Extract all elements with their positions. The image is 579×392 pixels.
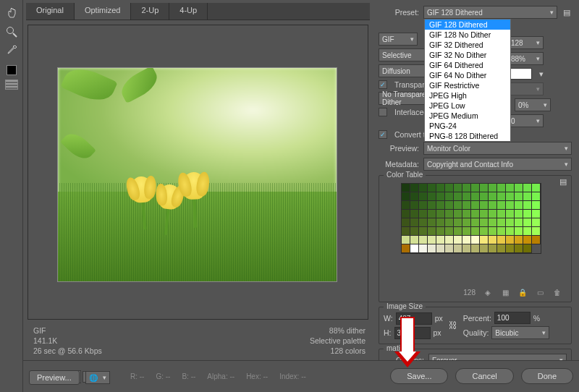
color-swatch[interactable]	[428, 244, 436, 253]
map-transparent-icon[interactable]: ▦	[500, 287, 510, 297]
color-swatch[interactable]	[419, 192, 428, 201]
color-swatch[interactable]	[532, 227, 541, 236]
color-swatch[interactable]	[532, 236, 541, 244]
color-swatch[interactable]	[436, 201, 445, 210]
color-swatch[interactable]	[480, 210, 489, 218]
color-swatch[interactable]	[428, 218, 436, 227]
color-swatch[interactable]	[489, 192, 497, 201]
lock-color-icon[interactable]: 🔒	[517, 287, 528, 297]
color-swatch[interactable]	[402, 192, 410, 201]
color-swatch[interactable]	[489, 244, 497, 253]
color-swatch[interactable]	[445, 244, 454, 253]
color-swatch[interactable]	[462, 201, 471, 210]
color-swatch[interactable]	[436, 210, 445, 218]
color-swatch[interactable]	[497, 218, 506, 227]
preset-option[interactable]: PNG-24	[425, 121, 510, 131]
color-swatch[interactable]	[454, 218, 462, 227]
color-swatch[interactable]	[410, 218, 419, 227]
color-swatch[interactable]	[462, 218, 471, 227]
color-swatch[interactable]	[523, 227, 532, 236]
color-swatch[interactable]	[480, 184, 489, 192]
color-swatch[interactable]	[480, 201, 489, 210]
color-swatch[interactable]	[410, 210, 419, 218]
matte-swatch[interactable]	[507, 68, 532, 80]
color-swatch[interactable]	[515, 210, 523, 218]
color-swatch[interactable]	[436, 244, 445, 253]
color-swatch[interactable]	[506, 227, 515, 236]
color-swatch[interactable]	[523, 210, 532, 218]
color-swatch[interactable]	[445, 218, 454, 227]
color-swatch[interactable]	[506, 236, 515, 244]
save-button[interactable]: Save...	[390, 368, 448, 384]
interlaced-checkbox[interactable]	[379, 108, 387, 116]
color-swatch[interactable]	[523, 184, 532, 192]
color-table-grid[interactable]	[401, 183, 541, 254]
websafe-shift-icon[interactable]: ◈	[483, 287, 493, 297]
color-swatch[interactable]	[410, 227, 419, 236]
color-swatch[interactable]	[436, 227, 445, 236]
color-swatch[interactable]	[454, 227, 462, 236]
dither-amount-select[interactable]: 88%	[507, 52, 544, 65]
color-swatch[interactable]	[480, 192, 489, 201]
preset-option[interactable]: GIF 64 No Dither	[425, 70, 510, 80]
color-swatch[interactable]	[436, 184, 445, 192]
browser-preview-select[interactable]: 🌐	[85, 371, 110, 384]
foreground-color-swatch[interactable]	[7, 65, 17, 75]
color-swatch[interactable]	[523, 201, 532, 210]
color-swatch[interactable]	[497, 201, 506, 210]
color-swatch[interactable]	[428, 184, 436, 192]
preset-option[interactable]: JPEG Medium	[425, 111, 510, 121]
preview-canvas-area[interactable]	[28, 25, 368, 320]
color-swatch[interactable]	[419, 244, 428, 253]
color-swatch[interactable]	[454, 184, 462, 192]
color-swatch[interactable]	[497, 184, 506, 192]
color-swatch[interactable]	[462, 210, 471, 218]
color-swatch[interactable]	[532, 201, 541, 210]
color-swatch[interactable]	[462, 192, 471, 201]
color-swatch[interactable]	[428, 201, 436, 210]
color-swatch[interactable]	[410, 192, 419, 201]
color-swatch[interactable]	[515, 227, 523, 236]
color-swatch[interactable]	[497, 210, 506, 218]
color-swatch[interactable]	[523, 192, 532, 201]
delete-color-icon[interactable]: 🗑	[552, 287, 562, 297]
hand-tool-icon[interactable]	[3, 4, 20, 22]
preset-flyout-icon[interactable]: ▤	[562, 8, 572, 17]
color-swatch[interactable]	[489, 218, 497, 227]
color-swatch[interactable]	[454, 192, 462, 201]
color-swatch[interactable]	[489, 184, 497, 192]
color-swatch[interactable]	[523, 236, 532, 244]
preview-select[interactable]: Monitor Color	[423, 142, 572, 155]
color-swatch[interactable]	[515, 244, 523, 253]
zoom-tool-icon[interactable]	[3, 23, 20, 41]
color-swatch[interactable]	[532, 218, 541, 227]
color-swatch[interactable]	[489, 236, 497, 244]
format-select[interactable]: GIF	[379, 33, 418, 46]
color-swatch[interactable]	[497, 244, 506, 253]
color-swatch[interactable]	[532, 184, 541, 192]
slice-visibility-icon[interactable]	[5, 80, 18, 90]
color-swatch[interactable]	[445, 227, 454, 236]
color-swatch[interactable]	[419, 184, 428, 192]
color-swatch[interactable]	[523, 218, 532, 227]
preset-option[interactable]: GIF 128 No Dither	[425, 30, 510, 40]
color-swatch[interactable]	[480, 218, 489, 227]
color-swatch[interactable]	[515, 201, 523, 210]
color-swatch[interactable]	[410, 244, 419, 253]
color-swatch[interactable]	[462, 244, 471, 253]
color-swatch[interactable]	[436, 192, 445, 201]
color-swatch[interactable]	[489, 227, 497, 236]
color-swatch[interactable]	[515, 236, 523, 244]
lossy-select[interactable]: 0	[507, 114, 544, 127]
preset-option[interactable]: JPEG Low	[425, 101, 510, 111]
color-swatch[interactable]	[436, 236, 445, 244]
convert-srgb-checkbox[interactable]: ✓	[379, 130, 387, 139]
color-swatch[interactable]	[471, 244, 480, 253]
color-swatch[interactable]	[480, 244, 489, 253]
color-swatch[interactable]	[471, 201, 480, 210]
preset-select[interactable]: GIF 128 Dithered GIF 128 DitheredGIF 128…	[423, 6, 557, 19]
color-swatch[interactable]	[419, 218, 428, 227]
color-swatch[interactable]	[523, 244, 532, 253]
color-swatch[interactable]	[515, 192, 523, 201]
color-swatch[interactable]	[532, 192, 541, 201]
